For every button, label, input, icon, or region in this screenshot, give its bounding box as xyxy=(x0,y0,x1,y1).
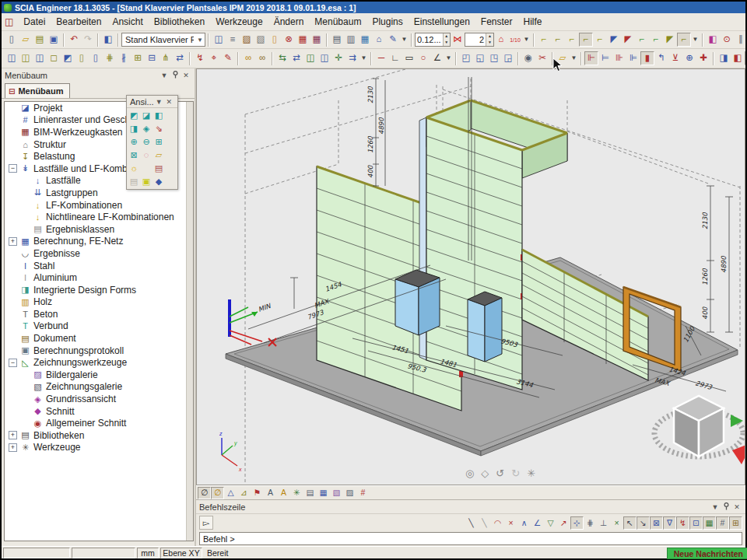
snap-arc-button[interactable]: ◠ xyxy=(491,516,504,530)
menu-ändern[interactable]: Ändern xyxy=(268,15,310,29)
wall-tool-11-button[interactable]: ⌐ xyxy=(677,33,691,47)
orbit-right-icon[interactable]: ↻ xyxy=(511,467,520,479)
snap-hash-button[interactable]: # xyxy=(716,516,729,530)
toggle-render-button[interactable]: ▧ xyxy=(330,487,343,499)
member-tool-10-button[interactable]: ⊞ xyxy=(131,51,145,65)
visibility-eye-button[interactable]: ◉ xyxy=(521,51,535,65)
scale-more-dropdown-icon[interactable]: ▼ xyxy=(522,33,531,47)
toggle-grid-button[interactable]: # xyxy=(356,487,370,499)
scale-factor-input[interactable]: 0.12...▲▼ xyxy=(415,33,451,47)
member-tool-7-button[interactable]: ▯ xyxy=(89,51,103,65)
sidebar-item-ergebnisse[interactable]: ◡Ergebnisse xyxy=(5,247,193,260)
window-layout-button[interactable]: ◧ xyxy=(101,33,115,47)
tree-expander-icon[interactable]: + xyxy=(9,443,17,452)
palette-dropdown-icon[interactable]: ▼ xyxy=(154,98,164,106)
wall-tool-3-button[interactable]: ⌐ xyxy=(565,33,579,47)
sidebar-item-beton[interactable]: TBeton xyxy=(5,308,193,320)
zoom-document-button[interactable]: ⊙ xyxy=(720,33,734,47)
copy-multi-button[interactable]: ◫ xyxy=(303,51,317,65)
print-button[interactable]: ▤ xyxy=(330,33,344,47)
cross-copy-button[interactable]: ✛ xyxy=(331,51,345,65)
orbit-left-icon[interactable]: ↺ xyxy=(496,467,504,479)
delete-selection-button[interactable]: ⊗ xyxy=(282,33,296,47)
undo-button[interactable]: ↶ xyxy=(67,33,81,47)
wall-tool-4-button[interactable]: ⌐ xyxy=(579,33,593,47)
snap-nearest-button[interactable]: ↖ xyxy=(623,516,637,530)
snap-line-button[interactable]: ╲ xyxy=(465,516,478,530)
toggle-label-a-button[interactable]: A xyxy=(264,487,277,499)
camera-active-button[interactable]: ▤ xyxy=(153,162,165,175)
paste-special-button[interactable]: ◫ xyxy=(317,51,331,65)
member-tool-5-button[interactable]: ◩ xyxy=(61,51,75,65)
bc-tool-7-button[interactable]: ⊻ xyxy=(668,51,682,65)
new-message-button[interactable]: Neue Nachrichten xyxy=(667,548,747,559)
wall-tool-5-button[interactable]: ⌐ xyxy=(593,33,607,47)
tree-expander-icon[interactable]: + xyxy=(9,431,17,439)
menu-hilfe[interactable]: Hilfe xyxy=(518,15,548,29)
clipboard-button[interactable]: ▯ xyxy=(268,33,282,47)
bc-tool-2-button[interactable]: ⊨ xyxy=(598,51,612,65)
sidebar-item-nichtlineare-lf-kombinationen[interactable]: ↓Nichtlineare LF-Kombinationen xyxy=(5,211,193,223)
snap-box-button[interactable]: ⊠ xyxy=(650,516,663,530)
menu-einstellungen[interactable]: Einstellungen xyxy=(409,15,475,29)
save-button[interactable]: ▣ xyxy=(47,33,61,47)
results-table-button[interactable]: ▦ xyxy=(296,33,310,47)
camera-inactive-button[interactable]: ▤ xyxy=(128,175,140,188)
sidebar-item-grundrissansicht[interactable]: ◈Grundrissansicht xyxy=(5,393,193,405)
command-pin-icon[interactable] xyxy=(721,502,731,512)
snap-ortho-button[interactable]: ⊥ xyxy=(597,516,610,530)
member-tool-9-button[interactable]: ∦ xyxy=(117,51,131,65)
draw-arc-button[interactable]: ∠ xyxy=(430,51,444,65)
sidebar-item-allgemeiner-schnitt[interactable]: ◉Allgemeiner Schnitt xyxy=(5,417,193,429)
end-tool-1-button[interactable]: ◨ xyxy=(717,51,731,65)
sidebar-item-werkzeuge[interactable]: +✳Werkzeuge xyxy=(5,442,193,454)
sidebar-item-lf-kombinationen[interactable]: ↓LF-Kombinationen xyxy=(5,199,193,212)
menu-ansicht[interactable]: Ansicht xyxy=(107,15,148,29)
toggle-load-display-button[interactable]: ⊿ xyxy=(237,487,251,499)
view-axonometry-button[interactable]: ◩ xyxy=(128,109,140,122)
save-all-button[interactable]: ▤ xyxy=(33,33,47,47)
edit-table-button[interactable]: ▦ xyxy=(310,33,324,47)
wall-tool-9-button[interactable]: ⌐ xyxy=(649,33,663,47)
command-dropdown-icon[interactable]: ▼ xyxy=(710,503,721,511)
zoom-all-button[interactable]: ⊠ xyxy=(128,149,140,162)
bc-tool-1-button[interactable]: ⊩ xyxy=(584,51,598,65)
win-new-button[interactable]: ◲ xyxy=(501,51,515,65)
scale-factor-input-spin-buttons[interactable]: ▲▼ xyxy=(443,33,450,46)
select-region-button[interactable]: ▧ xyxy=(254,33,268,47)
sidebar-item-dokument[interactable]: ▤Dokument xyxy=(5,332,193,345)
command-input[interactable]: Befehl > xyxy=(199,532,742,545)
open-project-button[interactable]: ▱ xyxy=(19,33,33,47)
layers-button[interactable]: ≡ xyxy=(226,33,240,47)
select-cursor-icon[interactable]: ▻ xyxy=(199,516,213,530)
project-links-button[interactable]: ◫ xyxy=(212,33,226,47)
wall-tool-10-button[interactable]: ◤ xyxy=(663,33,677,47)
node-draw-button[interactable]: ✎ xyxy=(221,51,235,65)
split-columns-button[interactable]: ∥ xyxy=(734,33,745,47)
sidebar-item-zeichnungswerkzeuge[interactable]: −◺Zeichnungswerkzeuge xyxy=(5,356,193,369)
lightbulb-button[interactable]: ☼ xyxy=(128,162,140,175)
move-button[interactable]: ⇆ xyxy=(275,51,289,65)
member-tool-6-button[interactable]: ▯ xyxy=(75,51,89,65)
sidebar-item-bibliotheken[interactable]: +▤Bibliotheken xyxy=(5,429,193,442)
move-more-dropdown-icon[interactable]: ▼ xyxy=(359,51,368,65)
node-edit-button[interactable]: ↯ xyxy=(193,51,207,65)
draw-more-dropdown-icon[interactable]: ▼ xyxy=(444,51,453,65)
snap-grid-button[interactable]: ⋕ xyxy=(584,516,597,530)
toggle-table-button[interactable]: ▦ xyxy=(317,487,330,499)
cube-rotate-green-arrow[interactable] xyxy=(731,415,743,427)
member-tool-3-button[interactable]: ◫ xyxy=(33,51,47,65)
paint-layer-button[interactable]: ◧ xyxy=(706,33,720,47)
cut-tool-button[interactable]: ✂ xyxy=(535,51,549,65)
mesh-node-button[interactable]: ⋈ xyxy=(451,33,465,47)
sidebar-close-icon[interactable]: ✕ xyxy=(181,72,191,79)
calculator-button[interactable]: ▦ xyxy=(358,33,372,47)
snap-plus-button[interactable]: ⊞ xyxy=(729,516,742,530)
menu-fenster[interactable]: Fenster xyxy=(475,15,518,29)
toggle-label-b-button[interactable]: A xyxy=(277,487,290,499)
array-copy-button[interactable]: ⇉ xyxy=(345,51,359,65)
bc-tool-8-button[interactable]: ⊕ xyxy=(682,51,696,65)
gallery-picture-button[interactable]: ▨ xyxy=(240,33,254,47)
tree-expander-icon[interactable]: − xyxy=(9,164,17,173)
snap-endpoint-button[interactable]: ↘ xyxy=(637,516,650,530)
